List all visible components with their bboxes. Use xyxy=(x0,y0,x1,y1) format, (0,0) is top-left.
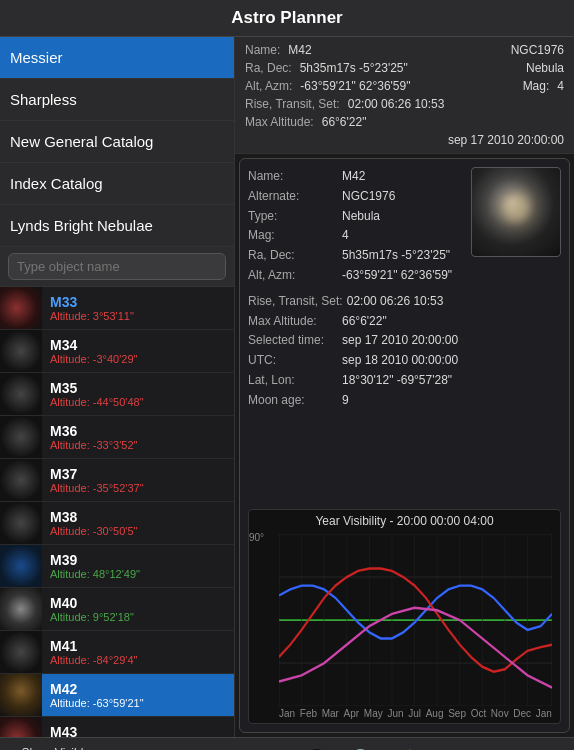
field-utc: UTC: sep 18 2010 00:00:00 xyxy=(248,351,561,371)
list-item[interactable]: M39 Altitude: 48°12'49" xyxy=(0,545,234,588)
object-thumbnail xyxy=(0,416,42,458)
show-visible-label: Show Visible Objects xyxy=(22,746,90,751)
object-thumbnail xyxy=(0,674,42,716)
chart-title: Year Visibility - 20:00 00:00 04:00 xyxy=(249,510,560,530)
search-input[interactable] xyxy=(8,253,226,280)
ngc-value: NGC1976 xyxy=(511,41,564,59)
chart-svg xyxy=(279,534,552,706)
info-row-4: Rise, Transit, Set: 02:00 06:26 10:53 xyxy=(245,95,564,113)
list-item[interactable]: M35 Altitude: -44°50'48" xyxy=(0,373,234,416)
app-title: Astro Planner xyxy=(231,8,342,27)
help-button[interactable]: Help xyxy=(471,747,567,751)
field-rise: Rise, Transit, Set: 02:00 06:26 10:53 xyxy=(248,292,561,312)
object-name: M35 xyxy=(50,380,226,396)
object-name: M38 xyxy=(50,509,226,525)
name-label: Name: xyxy=(245,41,280,59)
field-altazm: Alt, Azm: -63°59'21" 62°36'59" xyxy=(248,266,463,286)
object-name: M34 xyxy=(50,337,226,353)
object-name: M41 xyxy=(50,638,226,654)
datetime-value: sep 17 2010 20:00:00 xyxy=(448,131,564,149)
list-item[interactable]: M38 Altitude: -30°50'5" xyxy=(0,502,234,545)
detail-card: Name: M42 Alternate: NGC1976 Type: Nebul… xyxy=(239,158,570,733)
list-item[interactable]: M36 Altitude: -33°3'52" xyxy=(0,416,234,459)
object-thumbnail xyxy=(0,502,42,544)
maxalt-label: Max Altitude: xyxy=(245,113,314,131)
app-header: Astro Planner xyxy=(0,0,574,37)
info-row-2: Ra, Dec: 5h35m17s -5°23'25" Nebula xyxy=(245,59,564,77)
list-item[interactable]: M41 Altitude: -84°29'4" xyxy=(0,631,234,674)
object-altitude: Altitude: 3°53'11" xyxy=(50,310,226,322)
right-panel: Name: M42 NGC1976 Ra, Dec: 5h35m17s -5°2… xyxy=(235,37,574,737)
rise-label: Rise, Transit, Set: xyxy=(245,95,340,113)
object-altitude: Altitude: -63°59'21" xyxy=(50,697,226,709)
object-altitude: Altitude: -84°29'4" xyxy=(50,654,226,666)
object-thumbnail xyxy=(0,373,42,415)
list-item[interactable]: M43 Altitude: -63°58'23" xyxy=(0,717,234,737)
object-list: M33 Altitude: 3°53'11" M34 Altitude: -3°… xyxy=(0,287,234,737)
chart-container: Year Visibility - 20:00 00:00 04:00 90° xyxy=(248,509,561,724)
mag-value: 4 xyxy=(557,77,564,95)
info-bar: Name: M42 NGC1976 Ra, Dec: 5h35m17s -5°2… xyxy=(235,37,574,154)
object-altitude: Altitude: -44°50'48" xyxy=(50,396,226,408)
list-item[interactable]: M40 Altitude: 9°52'18" xyxy=(0,588,234,631)
search-box xyxy=(0,247,234,287)
detail-fields: Name: M42 Alternate: NGC1976 Type: Nebul… xyxy=(248,167,463,286)
object-name: M40 xyxy=(50,595,226,611)
object-name: M39 xyxy=(50,552,226,568)
sort-altitude-button[interactable]: Sort Altitude xyxy=(104,747,200,751)
object-thumbnail xyxy=(0,631,42,673)
rise-value: 02:00 06:26 10:53 xyxy=(348,95,445,113)
catalog-item-lynds[interactable]: Lynds Bright Nebulae xyxy=(0,205,234,247)
sidebar: Messier Sharpless New General Catalog In… xyxy=(0,37,235,737)
chat-button[interactable]: 💬 xyxy=(295,742,339,751)
info-row-1: Name: M42 NGC1976 xyxy=(245,41,564,59)
object-name: M37 xyxy=(50,466,226,482)
object-altitude: Altitude: 9°52'18" xyxy=(50,611,226,623)
list-item[interactable]: M33 Altitude: 3°53'11" xyxy=(0,287,234,330)
field-moonage: Moon age: 9 xyxy=(248,391,561,411)
object-name: M43 xyxy=(50,724,226,737)
mag-label: Mag: xyxy=(523,77,550,95)
add-favs-button[interactable]: Add Favs xyxy=(199,747,295,751)
catalog-item-sharpless[interactable]: Sharpless xyxy=(0,79,234,121)
object-altitude: Altitude: -30°50'5" xyxy=(50,525,226,537)
info-row-6: sep 17 2010 20:00:00 xyxy=(245,131,564,149)
field-mag: Mag: 4 xyxy=(248,226,463,246)
object-thumbnail xyxy=(0,717,42,737)
info-row-3: Alt, Azm: -63°59'21" 62°36'59" Mag: 4 xyxy=(245,77,564,95)
detail-fields-bottom: Rise, Transit, Set: 02:00 06:26 10:53 Ma… xyxy=(248,292,561,505)
settings-button[interactable]: ⚙ xyxy=(427,742,471,751)
field-type: Type: Nebula xyxy=(248,207,463,227)
detail-thumbnail xyxy=(471,167,561,257)
object-name: M36 xyxy=(50,423,226,439)
list-item[interactable]: M37 Altitude: -35°52'37" xyxy=(0,459,234,502)
list-item[interactable]: M34 Altitude: -3°40'29" xyxy=(0,330,234,373)
catalog-item-ngc[interactable]: New General Catalog xyxy=(0,121,234,163)
main-layout: Messier Sharpless New General Catalog In… xyxy=(0,37,574,737)
radec-value: 5h35m17s -5°23'25" xyxy=(300,59,408,77)
field-alternate: Alternate: NGC1976 xyxy=(248,187,463,207)
maxalt-value: 66°6'22" xyxy=(322,113,367,131)
field-seltime: Selected time: sep 17 2010 20:00:00 xyxy=(248,331,561,351)
object-altitude: Altitude: -35°52'37" xyxy=(50,482,226,494)
chart-y-label: 90° xyxy=(249,532,264,543)
show-visible-button[interactable]: Show Visible Objects xyxy=(8,740,104,751)
moon-button[interactable]: 🌙 xyxy=(383,742,427,751)
radec-label: Ra, Dec: xyxy=(245,59,292,77)
object-thumbnail xyxy=(0,588,42,630)
clock-button[interactable]: 🕐 xyxy=(339,742,383,751)
object-thumbnail xyxy=(0,287,42,329)
object-name: M42 xyxy=(50,681,226,697)
catalog-item-ic[interactable]: Index Catalog xyxy=(0,163,234,205)
object-altitude: Altitude: -33°3'52" xyxy=(50,439,226,451)
name-value: M42 xyxy=(288,41,311,59)
catalog-item-messier[interactable]: Messier xyxy=(0,37,234,79)
detail-top: Name: M42 Alternate: NGC1976 Type: Nebul… xyxy=(248,167,561,286)
object-altitude: Altitude: -3°40'29" xyxy=(50,353,226,365)
toolbar: Show Visible Objects Sort Altitude Add F… xyxy=(0,737,574,750)
object-thumbnail xyxy=(0,459,42,501)
list-item-selected[interactable]: M42 Altitude: -63°59'21" xyxy=(0,674,234,717)
altazm-label: Alt, Azm: xyxy=(245,77,292,95)
object-thumbnail xyxy=(0,330,42,372)
info-row-5: Max Altitude: 66°6'22" xyxy=(245,113,564,131)
